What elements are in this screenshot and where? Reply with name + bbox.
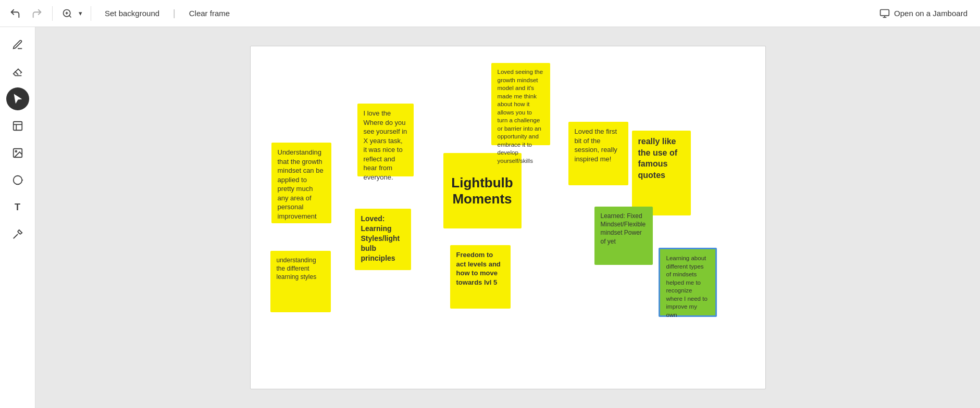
- svg-point-9: [15, 150, 17, 152]
- svg-line-1: [69, 15, 71, 17]
- note-famous-quotes[interactable]: really like the use of famous quotes: [632, 131, 691, 215]
- text-tool-button[interactable]: T: [6, 196, 29, 219]
- whiteboard: Lightbulb Moments Understanding that the…: [250, 46, 766, 389]
- image-tool-button[interactable]: [6, 142, 29, 164]
- redo-button[interactable]: [28, 5, 46, 22]
- note2-text: I love the Where do you see yourself in …: [364, 109, 407, 182]
- open-jamboard-label: Open on a Jamboard: [894, 9, 967, 18]
- pen-tool-button[interactable]: [6, 33, 29, 56]
- svg-rect-4: [880, 9, 889, 16]
- note3-text: Loved seeing the growth mindset model an…: [498, 68, 544, 165]
- clear-frame-button[interactable]: Clear frame: [182, 6, 237, 21]
- canvas-area: Lightbulb Moments Understanding that the…: [35, 27, 980, 408]
- note-freedom-act-levels[interactable]: Freedom to act levels and how to move to…: [450, 245, 511, 309]
- svg-rect-5: [13, 122, 22, 131]
- pen2-tool-button[interactable]: [6, 223, 29, 246]
- note-loved-first-bit[interactable]: Loved the first bit of the session, real…: [568, 122, 628, 185]
- note7-text: Learned: Fixed Mindset/Flexible mindset …: [601, 212, 647, 246]
- svg-point-10: [13, 176, 22, 185]
- eraser-tool-button[interactable]: [6, 60, 29, 83]
- undo-button[interactable]: [6, 5, 24, 22]
- note-fixed-mindset-learned[interactable]: Learned: Fixed Mindset/Flexible mindset …: [594, 207, 653, 265]
- sticky-note-tool-button[interactable]: [6, 114, 29, 137]
- note9-text: Freedom to act levels and how to move to…: [456, 250, 504, 287]
- note-learning-mindsets[interactable]: Learning about different types of mindse…: [659, 248, 717, 317]
- note4-text: Loved the first bit of the session, real…: [575, 127, 622, 163]
- zoom-dropdown-button[interactable]: ▾: [77, 7, 84, 19]
- zoom-group: ▾: [59, 5, 84, 22]
- note-understanding-growth[interactable]: Understanding that the growth mindset ca…: [271, 143, 331, 223]
- note-where-see-yourself[interactable]: I love the Where do you see yourself in …: [357, 104, 414, 176]
- toolbar: ▾ Set background | Clear frame Open on a…: [0, 0, 980, 27]
- divider2: [91, 6, 91, 21]
- note1-text: Understanding that the growth mindset ca…: [278, 148, 325, 221]
- sidebar: T: [0, 27, 35, 408]
- set-background-button[interactable]: Set background: [97, 6, 167, 21]
- shape-tool-button[interactable]: [6, 169, 29, 192]
- open-jamboard-button[interactable]: Open on a Jamboard: [873, 5, 974, 22]
- note-learning-styles-love[interactable]: Loved: Learning Styles/light bulb princi…: [355, 209, 411, 270]
- note8-text: understanding the different learning sty…: [277, 256, 325, 282]
- main-area: T Lightbulb Moments Understanding that t…: [0, 27, 980, 408]
- separator: |: [171, 8, 178, 19]
- divider1: [52, 6, 53, 21]
- note6-text: Loved: Learning Styles/light bulb princi…: [361, 214, 405, 263]
- title-note-text: Lightbulb Moments: [443, 175, 522, 207]
- note10-text: Learning about different types of mindse…: [666, 254, 709, 319]
- note-different-learning-styles[interactable]: understanding the different learning sty…: [270, 251, 331, 312]
- note5-text: really like the use of famous quotes: [638, 136, 685, 181]
- note-growth-mindset-model[interactable]: Loved seeing the growth mindset model an…: [491, 63, 550, 145]
- zoom-button[interactable]: [59, 5, 76, 22]
- select-tool-button[interactable]: [6, 87, 29, 110]
